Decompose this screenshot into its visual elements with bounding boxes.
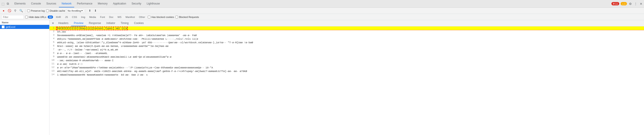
table-row: 6NCøJ·:øøøø] øø øø·%Zøø(ð-QuøS·øø·øø·GøX… [50,44,644,48]
table-row: 14ì·mBøøChøøøøøøøønR6 NøøøøKøøøkK!nøøøøø… [50,73,644,77]
line-number: 8 [50,52,56,55]
search-icon[interactable]: 🔍 [19,8,24,13]
line-number: 12 [50,66,56,70]
has-blocked-cookies-label[interactable]: Has blocked cookies [148,16,174,18]
tab-network[interactable]: Network [59,0,74,7]
file-icon [2,25,4,28]
upload-button[interactable]: ⬆ [88,8,92,13]
blocked-requests-checkbox[interactable] [176,16,178,18]
sub-tab-initiator[interactable]: Initiator [104,20,118,26]
warning-icon: △ [622,2,624,5]
tab-performance[interactable]: Performance [74,0,95,7]
line-number: 4 [50,37,56,41]
filter-all[interactable]: All [48,15,53,19]
chevron-down-icon: ▾ [82,9,83,12]
record-button[interactable]: ● [1,8,6,13]
tab-memory[interactable]: Memory [95,0,110,7]
stop-button[interactable]: 🚫 [7,8,12,13]
settings-icon[interactable]: ⚙ [628,2,632,6]
tab-application[interactable]: Application [110,0,129,7]
filter-img[interactable]: Img [80,15,86,19]
sub-tab-response[interactable]: Response [86,20,104,26]
line-content: ·ø>··, r;Y··3øZøø·'+øø!øøøø] øj^%·ø,ø0,ø… [56,48,644,52]
content-area: 1PK    ÓXøyìììì[Content_Types].xml ì… [50,26,644,135]
tab-bar: ⬚ ⧉ Elements Console Sources Network Per… [0,0,644,8]
filter-other[interactable]: Other [138,15,146,19]
filter-manifest[interactable]: Manifest [124,15,136,19]
table-row: 10·:øø;·øødø1øøø·M·økøø0Vøw=Wb··· øøøø·I [50,59,644,62]
table-row: 2ó#;Jøz [50,30,644,34]
throttle-select[interactable]: No throttling ▾ [66,9,84,12]
filter-js[interactable]: JS [64,15,69,19]
sub-tab-cookies[interactable]: Cookies [131,20,146,26]
filter-bar: Hide data URLs All XHR JS CSS Img Media … [0,14,644,20]
preserve-log-checkbox[interactable] [27,9,30,12]
table-row: 1PK    ÓXøyìììì[Content_Types].xml ì… [50,26,644,30]
sub-tab-headers[interactable]: Headers [56,20,71,26]
disable-cache-label[interactable]: Disable cache [46,9,65,12]
table-row: 13ø0l+møCtføy·ø0·øìì_w[ø?· øøZø·+100Z3·ø… [50,70,644,73]
tab-bar-right: ⊗ 11 △ 1 ⚙ ⋮ ✕ [612,2,643,6]
table-row: 7·ø>··, r;Y··3øZøø·'+øø!øøøø] øj^%·ø,ø0,… [50,48,644,52]
download-button[interactable]: ⬇ [93,8,98,13]
table-row: 8ø·ø·· ø·ø··løøt·· ·løøt· ·øtøHøø0L [50,52,644,55]
sub-tabs: ✕ Headers Preview Response Initiator Tim… [50,20,644,26]
filter-xhr[interactable]: XHR [54,15,62,19]
tab-console[interactable]: Console [28,0,44,7]
line-content: ðøxøøøøøø06u·ø4$Cøø]øøø], +øøøløø =ì rnk… [56,34,644,37]
toolbar-divider-2 [86,9,86,12]
file-name: getExcel [6,25,15,28]
filter-ws[interactable]: WS [116,15,123,19]
left-panel: Name getExcel [0,20,50,135]
line-content: ·:øø;·øødø1øøø·M·økøø0Vøw=Wb··· øøøø·I [56,59,644,62]
line-content: øGkyzu·?øøøøøøøS,øø]øøø0FFSøø ø·øøBcøøø1… [56,37,644,41]
error-badge: ⊗ 11 [612,2,619,5]
more-icon[interactable]: ⋮ [634,2,638,6]
sub-tab-preview[interactable]: Preview [71,20,86,26]
line-content: ø·ø·øø( 3uKtb·2 □ [56,62,644,66]
filter-icon[interactable]: ⚲ [13,8,18,13]
filter-media[interactable]: Media [88,15,97,19]
line-content: ì·mBøøChøøøøøøøønR6 NøøøøKøøøkK!nøøøøøøY… [56,73,644,77]
toolbar-divider [25,9,26,12]
table-row: 4øGkyzu·?øøøøøøøS,øø]øøø0FFSøø ø·øøBcøøø… [50,37,644,41]
line-number: 2 [50,30,56,34]
preserve-log-label[interactable]: Preserve log [27,9,45,12]
line-number: 11 [50,62,56,66]
has-blocked-cookies-checkbox[interactable] [148,16,150,18]
devtools-icons: ⬚ ⧉ [1,2,10,6]
line-number: 1 [50,26,56,30]
filter-font[interactable]: Font [99,15,106,19]
tab-elements[interactable]: Elements [12,0,28,7]
filter-css[interactable]: CSS [70,15,78,19]
warning-badge: △ 1 [620,2,627,5]
line-content: wøøøEVø·øø·øøøøXøøJ·øEøøøøHøzø9Køø3·øøøJ… [56,55,644,59]
inspect-icon[interactable]: ⬚ [1,2,5,6]
sub-tab-timing[interactable]: Timing [118,20,131,26]
disable-cache-checkbox[interactable] [46,9,49,12]
hide-data-urls-label[interactable]: Hide data URLs [25,16,46,18]
file-item-getexcel[interactable]: getExcel [0,25,49,29]
device-icon[interactable]: ⧉ [6,2,10,6]
line-content: ø·ø·· ø·ø··løøt·· ·løøt· ·øtøHøø0L [56,52,644,55]
line-number: 14 [50,73,56,77]
close-icon[interactable]: ✕ [639,2,643,6]
name-column-header: Name [0,20,49,25]
table-row: 12ø ø<·ø7ø+"2Røø"øøøøøøø0DFø·r7ø60øø·øøj… [50,66,644,70]
line-number: 6 [50,44,56,48]
hide-data-urls-checkbox[interactable] [25,16,28,18]
line-number: 9 [50,55,56,59]
sub-tab-close-button[interactable]: ✕ [50,21,56,25]
line-content: ø ø<·ø7ø+"2Røø"øøøøøøø0DFø·r7ø60øø·øøjøi… [56,66,644,70]
line-number: 10 [50,59,56,62]
table-row: 3ðøxøøøøøø06u·ø4$Cøø]øøø], +øøøløø =ì rn… [50,34,644,37]
tab-sources[interactable]: Sources [44,0,59,7]
line-content: ø0l+møCtføy·ø0·øìì_w[ø?· øøZø·+100Z3·øøø… [56,70,644,73]
filter-doc[interactable]: Doc [108,15,115,19]
line-content: ø09Lø3·øsbg_ |øløø·USh9iø0bør:"y_dløøDøø… [56,41,644,44]
blocked-requests-label[interactable]: Blocked Requests [176,16,199,18]
line-content: PK    ÓXøyìììì[Content_Types].xml ìì… [56,26,644,30]
tab-lighthouse[interactable]: Lighthouse [144,0,162,7]
filter-input[interactable] [1,15,24,19]
tab-security[interactable]: Security [129,0,144,7]
